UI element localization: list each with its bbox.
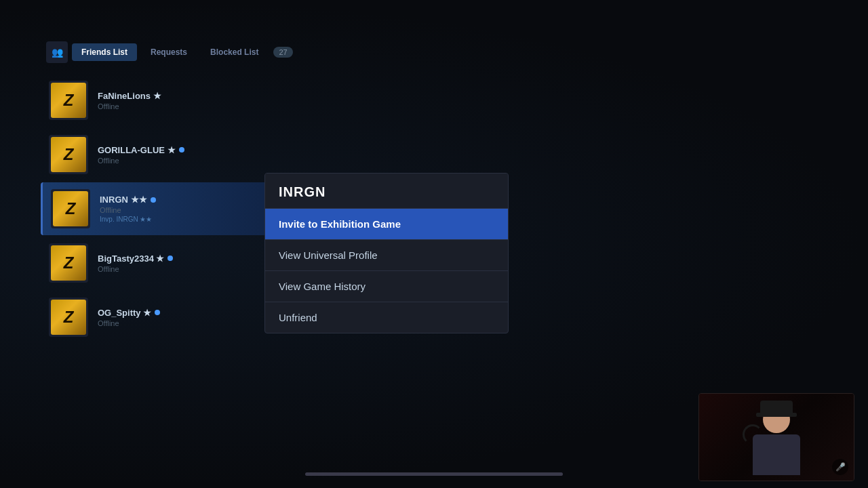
headset-icon bbox=[743, 424, 763, 445]
friend-name: FaNineLions ★ bbox=[98, 91, 304, 101]
avatar: Z bbox=[49, 135, 88, 174]
tab-blocked-list[interactable]: Blocked List bbox=[201, 43, 268, 61]
friend-status: Offline bbox=[98, 157, 304, 165]
webcam-overlay: 🎤 bbox=[698, 393, 854, 481]
mic-icon: 🎤 bbox=[832, 459, 848, 475]
tab-requests[interactable]: Requests bbox=[141, 43, 197, 61]
context-menu-item-invite[interactable]: Invite to Exhibition Game bbox=[265, 208, 508, 239]
online-indicator bbox=[167, 256, 173, 261]
avatar: Z bbox=[49, 243, 88, 283]
context-menu-item-history[interactable]: View Game History bbox=[265, 270, 508, 302]
friend-status: Offline bbox=[98, 102, 304, 110]
avatar: Z bbox=[49, 81, 88, 120]
avatar: Z bbox=[51, 189, 90, 228]
tab-bar: 👥 Friends List Requests Blocked List 27 bbox=[41, 37, 312, 67]
context-menu-item-profile[interactable]: View Universal Profile bbox=[265, 239, 508, 270]
friends-badge: 27 bbox=[273, 47, 292, 58]
online-indicator bbox=[151, 197, 156, 203]
person-cap bbox=[760, 401, 793, 415]
person-head bbox=[763, 406, 790, 433]
context-menu: INRGN Invite to Exhibition Game View Uni… bbox=[264, 173, 509, 333]
friend-item[interactable]: Z FaNineLions ★ Offline bbox=[41, 74, 312, 127]
webcam-content: 🎤 bbox=[699, 394, 854, 481]
context-menu-title: INRGN bbox=[265, 174, 508, 208]
friends-icon: 👥 bbox=[46, 41, 68, 63]
bottom-scroll-bar bbox=[305, 472, 563, 476]
context-menu-item-unfriend[interactable]: Unfriend bbox=[265, 302, 508, 333]
tab-friends-list[interactable]: Friends List bbox=[72, 43, 137, 61]
friend-info: GORILLA-GLUE ★ Offline bbox=[98, 145, 304, 165]
friend-info: FaNineLions ★ Offline bbox=[98, 91, 304, 110]
avatar: Z bbox=[49, 298, 88, 337]
friend-name: GORILLA-GLUE ★ bbox=[98, 145, 304, 155]
online-indicator bbox=[155, 310, 160, 315]
online-indicator bbox=[179, 147, 184, 152]
webcam-controls: 🎤 bbox=[832, 459, 848, 475]
